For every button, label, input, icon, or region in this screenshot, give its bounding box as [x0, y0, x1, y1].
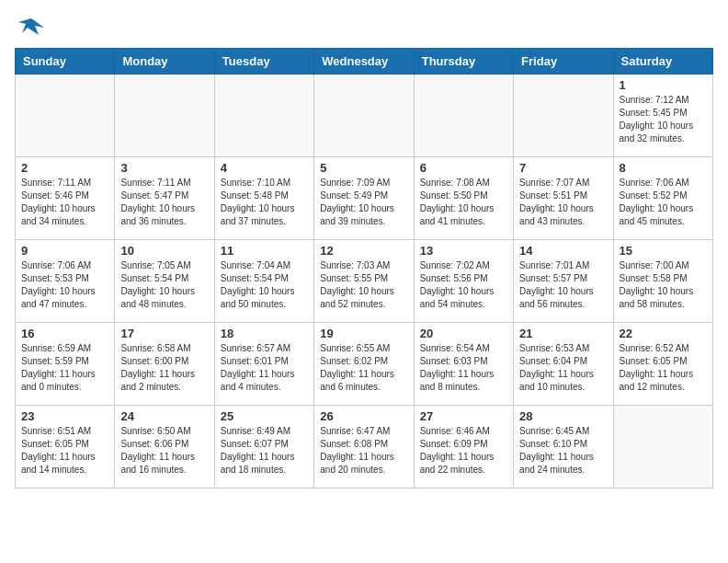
day-info: Sunrise: 6:50 AM Sunset: 6:06 PM Dayligh… — [120, 425, 208, 477]
day-info: Sunrise: 7:06 AM Sunset: 5:52 PM Dayligh… — [620, 177, 707, 228]
day-number: 20 — [420, 327, 507, 340]
calendar-cell: 23Sunrise: 6:51 AM Sunset: 6:05 PM Dayli… — [16, 406, 115, 488]
day-info: Sunrise: 7:11 AM Sunset: 5:46 PM Dayligh… — [21, 177, 108, 228]
day-info: Sunrise: 7:02 AM Sunset: 5:56 PM Dayligh… — [420, 259, 507, 311]
calendar-cell: 26Sunrise: 6:47 AM Sunset: 6:08 PM Dayli… — [314, 406, 414, 488]
calendar-cell — [16, 75, 115, 157]
day-info: Sunrise: 7:07 AM Sunset: 5:51 PM Dayligh… — [519, 177, 607, 228]
day-number: 23 — [21, 409, 108, 423]
day-number: 16 — [21, 327, 108, 340]
day-info: Sunrise: 6:58 AM Sunset: 6:00 PM Dayligh… — [120, 342, 208, 394]
calendar-cell: 11Sunrise: 7:04 AM Sunset: 5:54 PM Dayli… — [214, 240, 313, 323]
logo-bird-icon — [18, 15, 44, 40]
calendar-cell: 17Sunrise: 6:58 AM Sunset: 6:00 PM Dayli… — [115, 323, 214, 406]
column-header-friday: Friday — [514, 49, 613, 75]
column-header-monday: Monday — [115, 49, 214, 75]
day-number: 28 — [519, 409, 607, 423]
day-number: 24 — [120, 409, 208, 423]
day-number: 9 — [21, 244, 108, 258]
day-info: Sunrise: 6:55 AM Sunset: 6:02 PM Dayligh… — [320, 342, 407, 394]
calendar-cell: 25Sunrise: 6:49 AM Sunset: 6:07 PM Dayli… — [214, 406, 313, 488]
calendar-cell — [115, 75, 214, 157]
day-number: 14 — [519, 244, 607, 258]
calendar-cell: 16Sunrise: 6:59 AM Sunset: 5:59 PM Dayli… — [16, 323, 115, 406]
week-row-1: 1Sunrise: 7:12 AM Sunset: 5:45 PM Daylig… — [16, 75, 713, 157]
calendar-cell: 1Sunrise: 7:12 AM Sunset: 5:45 PM Daylig… — [613, 75, 712, 157]
calendar-cell: 20Sunrise: 6:54 AM Sunset: 6:03 PM Dayli… — [414, 323, 513, 406]
day-number: 13 — [420, 244, 507, 258]
day-number: 15 — [620, 244, 707, 258]
day-info: Sunrise: 6:53 AM Sunset: 6:04 PM Dayligh… — [519, 342, 607, 394]
calendar-cell: 3Sunrise: 7:11 AM Sunset: 5:47 PM Daylig… — [115, 157, 214, 240]
day-info: Sunrise: 7:06 AM Sunset: 5:53 PM Dayligh… — [21, 259, 108, 311]
day-number: 21 — [519, 327, 607, 340]
calendar-cell — [514, 75, 613, 157]
day-info: Sunrise: 6:47 AM Sunset: 6:08 PM Dayligh… — [320, 425, 407, 477]
day-info: Sunrise: 6:51 AM Sunset: 6:05 PM Dayligh… — [21, 425, 108, 477]
day-info: Sunrise: 7:09 AM Sunset: 5:49 PM Dayligh… — [320, 177, 407, 228]
day-info: Sunrise: 6:59 AM Sunset: 5:59 PM Dayligh… — [21, 342, 108, 394]
week-row-5: 23Sunrise: 6:51 AM Sunset: 6:05 PM Dayli… — [16, 406, 713, 488]
day-number: 6 — [420, 161, 507, 175]
day-info: Sunrise: 6:49 AM Sunset: 6:07 PM Dayligh… — [221, 425, 308, 477]
day-info: Sunrise: 7:03 AM Sunset: 5:55 PM Dayligh… — [320, 259, 407, 311]
day-number: 19 — [320, 327, 407, 340]
day-number: 22 — [620, 327, 707, 340]
week-row-4: 16Sunrise: 6:59 AM Sunset: 5:59 PM Dayli… — [16, 323, 713, 406]
day-info: Sunrise: 6:54 AM Sunset: 6:03 PM Dayligh… — [420, 342, 507, 394]
day-number: 1 — [620, 78, 707, 92]
day-info: Sunrise: 7:12 AM Sunset: 5:45 PM Dayligh… — [620, 94, 707, 145]
calendar-cell: 6Sunrise: 7:08 AM Sunset: 5:50 PM Daylig… — [414, 157, 513, 240]
day-number: 18 — [221, 327, 308, 340]
day-info: Sunrise: 7:01 AM Sunset: 5:57 PM Dayligh… — [519, 259, 607, 311]
calendar-cell: 21Sunrise: 6:53 AM Sunset: 6:04 PM Dayli… — [514, 323, 613, 406]
day-number: 8 — [620, 161, 707, 175]
calendar-cell: 4Sunrise: 7:10 AM Sunset: 5:48 PM Daylig… — [214, 157, 313, 240]
day-number: 3 — [120, 161, 208, 175]
day-number: 10 — [120, 244, 208, 258]
day-info: Sunrise: 7:08 AM Sunset: 5:50 PM Dayligh… — [420, 177, 507, 228]
calendar-cell: 28Sunrise: 6:45 AM Sunset: 6:10 PM Dayli… — [514, 406, 613, 488]
day-info: Sunrise: 7:04 AM Sunset: 5:54 PM Dayligh… — [221, 259, 308, 311]
day-info: Sunrise: 6:52 AM Sunset: 6:05 PM Dayligh… — [620, 342, 707, 394]
day-info: Sunrise: 6:45 AM Sunset: 6:10 PM Dayligh… — [519, 425, 607, 477]
calendar-cell: 8Sunrise: 7:06 AM Sunset: 5:52 PM Daylig… — [613, 157, 712, 240]
calendar-cell: 24Sunrise: 6:50 AM Sunset: 6:06 PM Dayli… — [115, 406, 214, 488]
day-info: Sunrise: 7:00 AM Sunset: 5:58 PM Dayligh… — [620, 259, 707, 311]
calendar-cell: 10Sunrise: 7:05 AM Sunset: 5:54 PM Dayli… — [115, 240, 214, 323]
day-number: 2 — [21, 161, 108, 175]
calendar-header-row: SundayMondayTuesdayWednesdayThursdayFrid… — [16, 49, 713, 75]
day-number: 17 — [120, 327, 208, 340]
day-info: Sunrise: 7:10 AM Sunset: 5:48 PM Dayligh… — [221, 177, 308, 228]
logo — [15, 15, 44, 40]
day-number: 26 — [320, 409, 407, 423]
calendar-cell: 22Sunrise: 6:52 AM Sunset: 6:05 PM Dayli… — [613, 323, 712, 406]
day-number: 27 — [420, 409, 507, 423]
calendar-cell: 13Sunrise: 7:02 AM Sunset: 5:56 PM Dayli… — [414, 240, 513, 323]
column-header-tuesday: Tuesday — [214, 49, 313, 75]
week-row-2: 2Sunrise: 7:11 AM Sunset: 5:46 PM Daylig… — [16, 157, 713, 240]
day-number: 11 — [221, 244, 308, 258]
column-header-saturday: Saturday — [613, 49, 712, 75]
calendar-cell — [613, 406, 712, 488]
calendar-cell: 5Sunrise: 7:09 AM Sunset: 5:49 PM Daylig… — [314, 157, 414, 240]
day-number: 7 — [519, 161, 607, 175]
calendar-cell: 12Sunrise: 7:03 AM Sunset: 5:55 PM Dayli… — [314, 240, 414, 323]
calendar-table: SundayMondayTuesdayWednesdayThursdayFrid… — [15, 48, 713, 488]
page-header — [15, 15, 713, 40]
svg-marker-0 — [18, 18, 44, 35]
day-info: Sunrise: 6:46 AM Sunset: 6:09 PM Dayligh… — [420, 425, 507, 477]
week-row-3: 9Sunrise: 7:06 AM Sunset: 5:53 PM Daylig… — [16, 240, 713, 323]
column-header-wednesday: Wednesday — [314, 49, 414, 75]
day-number: 5 — [320, 161, 407, 175]
calendar-cell: 7Sunrise: 7:07 AM Sunset: 5:51 PM Daylig… — [514, 157, 613, 240]
day-number: 25 — [221, 409, 308, 423]
calendar-cell: 27Sunrise: 6:46 AM Sunset: 6:09 PM Dayli… — [414, 406, 513, 488]
day-info: Sunrise: 7:05 AM Sunset: 5:54 PM Dayligh… — [120, 259, 208, 311]
day-info: Sunrise: 7:11 AM Sunset: 5:47 PM Dayligh… — [120, 177, 208, 228]
day-number: 12 — [320, 244, 407, 258]
column-header-thursday: Thursday — [414, 49, 513, 75]
calendar-cell — [214, 75, 313, 157]
calendar-cell — [314, 75, 414, 157]
calendar-cell — [414, 75, 513, 157]
